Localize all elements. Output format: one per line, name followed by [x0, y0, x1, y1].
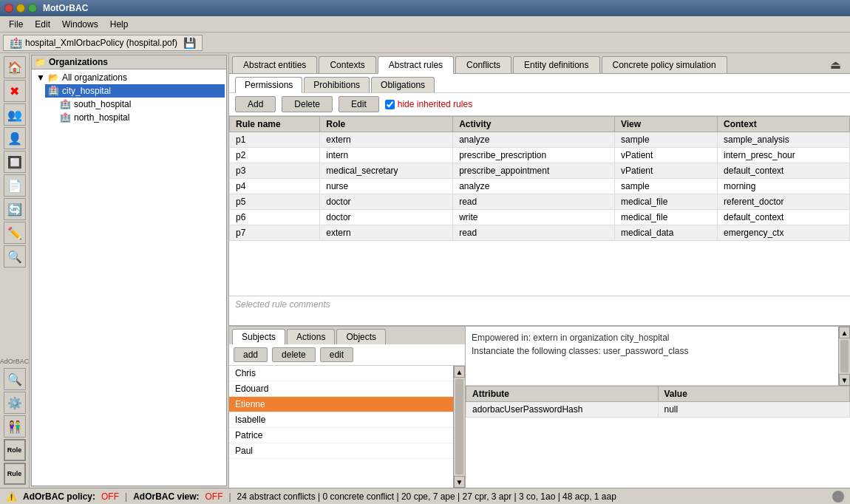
file-save-icon[interactable]: 💾	[183, 37, 196, 49]
scroll-down-arrow[interactable]: ▼	[454, 476, 465, 488]
subtab-obligations[interactable]: Obligations	[371, 77, 435, 92]
table-row[interactable]: p4nurseanalyzesamplemorning	[230, 179, 850, 194]
maximize-button[interactable]	[28, 4, 37, 13]
north-hospital-item[interactable]: 🏥 north_hospital	[57, 111, 225, 124]
subject-scrollbar[interactable]: ▲ ▼	[453, 366, 465, 488]
delete-rule-button[interactable]: Delete	[282, 96, 333, 112]
titlebar: MotOrBAC	[0, 0, 850, 16]
rule-icon-button[interactable]: Rule	[4, 463, 26, 485]
edit-button[interactable]: ✏️	[4, 222, 26, 244]
hide-inherited-checkbox[interactable]	[385, 100, 395, 109]
menu-file[interactable]: File	[3, 18, 29, 31]
scroll-up-arrow[interactable]: ▲	[454, 366, 465, 378]
subject-item[interactable]: Etienne	[229, 397, 453, 412]
cell-view: vPatient	[614, 148, 717, 163]
info-scrollbar[interactable]: ▲ ▼	[838, 327, 850, 386]
tab-entity-definitions[interactable]: Entity definitions	[513, 56, 599, 73]
settings-button[interactable]: ⚙️	[4, 392, 26, 414]
table-row[interactable]: p7externreadmedical_dataemergency_ctx	[230, 225, 850, 241]
tab-objects[interactable]: Objects	[336, 329, 386, 344]
table-row[interactable]: p5doctorreadmedical_filereferent_doctor	[230, 194, 850, 210]
attr-header: Attribute Value	[466, 386, 850, 402]
refresh-button[interactable]: 🔄	[4, 198, 26, 220]
app-title: MotOrBAC	[43, 3, 88, 13]
subject-item[interactable]: Chris	[229, 366, 453, 381]
stats-label: 24 abstract conflicts | 0 concrete confl…	[237, 491, 616, 502]
add-subject-button[interactable]: add	[234, 347, 268, 362]
info-line2: Instanciate the following classes: user_…	[472, 344, 832, 358]
doc-button[interactable]: 📄	[4, 174, 26, 197]
close-button[interactable]	[4, 4, 13, 13]
cell-role: medical_secretary	[320, 163, 453, 179]
roles-button[interactable]: 🔲	[4, 151, 26, 173]
attr-cell-attribute: adorbacUserPasswordHash	[466, 402, 659, 418]
all-organizations-item[interactable]: ▼ 📂 All organizations	[33, 71, 225, 84]
subject-item[interactable]: Edouard	[229, 381, 453, 397]
organizations-label: Organizations	[49, 57, 108, 67]
menu-edit[interactable]: Edit	[29, 18, 56, 31]
rules-table-container: Rule name Role Activity View Context p1e…	[229, 116, 850, 296]
cell-context: referent_doctor	[718, 194, 850, 210]
menu-help[interactable]: Help	[104, 18, 135, 31]
menubar: File Edit Windows Help	[0, 16, 850, 33]
subtab-prohibitions[interactable]: Prohibitions	[304, 77, 370, 92]
group2-button[interactable]: 👫	[4, 415, 26, 437]
right-content: Abstract entities Contexts Abstract rule…	[229, 53, 850, 488]
window-controls[interactable]	[4, 4, 37, 13]
south-hospital-item[interactable]: 🏥 south_hospital	[57, 98, 225, 111]
subtab-permissions[interactable]: Permissions	[235, 77, 302, 93]
role-icon-button[interactable]: Role	[4, 439, 26, 461]
tab-concrete-policy[interactable]: Concrete policy simulation	[602, 56, 727, 73]
menu-windows[interactable]: Windows	[56, 18, 104, 31]
file-icon: 🏥	[10, 37, 22, 49]
table-row[interactable]: p3medical_secretaryprescribe_appointment…	[230, 163, 850, 179]
cell-role: doctor	[320, 210, 453, 225]
tab-contexts[interactable]: Contexts	[319, 56, 375, 73]
status-sep2: |	[228, 491, 231, 502]
add-rule-button[interactable]: Add	[235, 96, 276, 112]
edit-subject-button[interactable]: edit	[320, 347, 353, 362]
top-tabs: Abstract entities Contexts Abstract rule…	[229, 53, 850, 74]
file-tab[interactable]: 🏥 hospital_XmlOrbacPolicy (hospital.pof)…	[3, 35, 203, 51]
cell-activity: analyze	[453, 132, 615, 148]
subject-item[interactable]: Patrice	[229, 428, 453, 443]
scroll-thumb[interactable]	[455, 379, 463, 474]
col-view: View	[614, 117, 717, 132]
tab-abstract-rules[interactable]: Abstract rules	[378, 56, 454, 74]
zoom-button[interactable]: 🔍	[4, 368, 26, 390]
city-hospital-item[interactable]: 🏥 city_hospital	[45, 84, 225, 98]
cell-view: medical_data	[614, 225, 717, 241]
tab-subjects[interactable]: Subjects	[232, 329, 285, 345]
info-scroll-thumb[interactable]	[840, 340, 849, 372]
person-button[interactable]: 👤	[4, 127, 26, 149]
subject-item[interactable]: Paul	[229, 443, 453, 459]
org-tree-icon: 📁	[35, 57, 46, 67]
all-organizations-label: All organizations	[62, 72, 127, 83]
table-row[interactable]: p6doctorwritemedical_filedefault_context	[230, 210, 850, 225]
group-button[interactable]: 👥	[4, 103, 26, 126]
tab-actions[interactable]: Actions	[287, 329, 335, 344]
left-sidebar: 📁 Organizations ▼ 📂 All organizations 🏥 …	[30, 53, 229, 488]
col-context: Context	[718, 117, 850, 132]
cell-name: p4	[230, 179, 320, 194]
eject-button[interactable]: ⏏	[824, 56, 847, 73]
subject-item[interactable]: Isabelle	[229, 412, 453, 428]
tab-conflicts[interactable]: Conflicts	[455, 56, 511, 73]
cell-context: intern_presc_hour	[718, 148, 850, 163]
warning-icon: ⚠️	[6, 491, 17, 502]
minimize-button[interactable]	[16, 4, 25, 13]
cell-view: vPatient	[614, 163, 717, 179]
adorbac-label: AdOrBAC	[0, 356, 30, 367]
edit-rule-button[interactable]: Edit	[339, 96, 379, 112]
cell-name: p1	[230, 132, 320, 148]
search-button[interactable]: 🔍	[4, 245, 26, 268]
info-scroll-up[interactable]: ▲	[839, 327, 850, 338]
close-red-button[interactable]: ✖	[4, 80, 26, 102]
table-row[interactable]: p1externanalyzesamplesample_analysis	[230, 132, 850, 148]
info-scroll-down[interactable]: ▼	[839, 374, 850, 386]
tab-abstract-entities[interactable]: Abstract entities	[232, 56, 317, 73]
delete-subject-button[interactable]: delete	[272, 347, 316, 362]
home-button[interactable]: 🏠	[4, 56, 26, 78]
table-row[interactable]: p2internprescribe_prescriptionvPatientin…	[230, 148, 850, 163]
city-hospital-label: city_hospital	[62, 86, 111, 96]
